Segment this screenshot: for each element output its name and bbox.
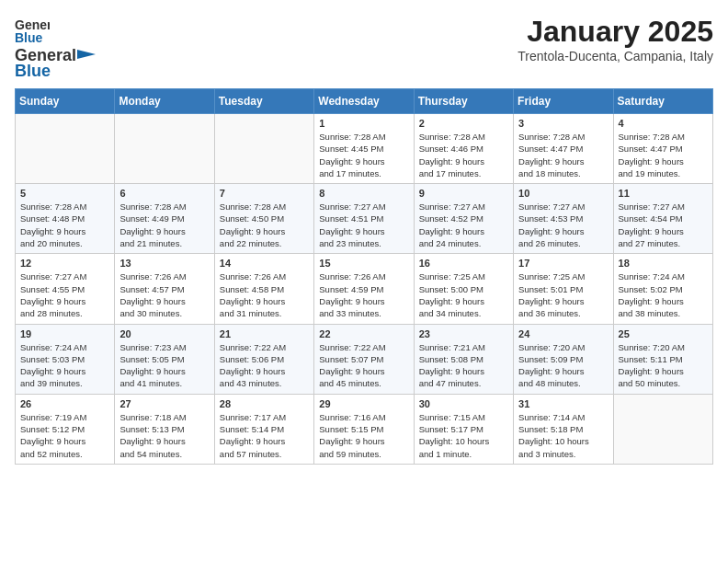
svg-marker-3 — [77, 50, 96, 59]
calendar-cell: 28Sunrise: 7:17 AM Sunset: 5:14 PM Dayli… — [214, 394, 313, 464]
calendar-cell — [613, 394, 712, 464]
day-info: Sunrise: 7:21 AM Sunset: 5:08 PM Dayligh… — [419, 341, 508, 390]
calendar-cell: 20Sunrise: 7:23 AM Sunset: 5:05 PM Dayli… — [115, 324, 214, 394]
day-number: 15 — [319, 258, 408, 269]
weekday-header-monday: Monday — [115, 89, 214, 114]
day-number: 2 — [419, 118, 508, 129]
calendar-cell: 1Sunrise: 7:28 AM Sunset: 4:45 PM Daylig… — [314, 114, 414, 184]
calendar-cell: 26Sunrise: 7:19 AM Sunset: 5:12 PM Dayli… — [16, 394, 115, 464]
day-number: 19 — [20, 328, 109, 339]
day-info: Sunrise: 7:24 AM Sunset: 5:03 PM Dayligh… — [20, 341, 109, 390]
calendar-cell: 31Sunrise: 7:14 AM Sunset: 5:18 PM Dayli… — [514, 394, 613, 464]
day-info: Sunrise: 7:16 AM Sunset: 5:15 PM Dayligh… — [319, 411, 408, 460]
day-number: 8 — [319, 188, 408, 199]
day-info: Sunrise: 7:28 AM Sunset: 4:49 PM Dayligh… — [119, 201, 209, 249]
calendar-cell: 9Sunrise: 7:27 AM Sunset: 4:52 PM Daylig… — [414, 184, 513, 254]
calendar-week-1: 1Sunrise: 7:28 AM Sunset: 4:45 PM Daylig… — [16, 114, 713, 184]
day-number: 28 — [220, 398, 309, 409]
day-number: 13 — [119, 258, 209, 269]
day-info: Sunrise: 7:27 AM Sunset: 4:51 PM Dayligh… — [319, 201, 408, 249]
weekday-header-row: SundayMondayTuesdayWednesdayThursdayFrid… — [16, 89, 713, 114]
day-info: Sunrise: 7:26 AM Sunset: 4:58 PM Dayligh… — [220, 270, 309, 319]
calendar-cell: 16Sunrise: 7:25 AM Sunset: 5:00 PM Dayli… — [414, 254, 513, 324]
weekday-header-sunday: Sunday — [16, 89, 115, 114]
calendar-cell: 21Sunrise: 7:22 AM Sunset: 5:06 PM Dayli… — [214, 324, 313, 394]
calendar-cell: 29Sunrise: 7:16 AM Sunset: 5:15 PM Dayli… — [314, 394, 414, 464]
weekday-header-tuesday: Tuesday — [214, 89, 313, 114]
day-number: 10 — [518, 188, 608, 199]
day-info: Sunrise: 7:24 AM Sunset: 5:02 PM Dayligh… — [619, 270, 708, 319]
weekday-header-saturday: Saturday — [613, 89, 712, 114]
calendar-cell — [115, 114, 214, 184]
calendar-cell: 22Sunrise: 7:22 AM Sunset: 5:07 PM Dayli… — [314, 324, 414, 394]
calendar-cell: 30Sunrise: 7:15 AM Sunset: 5:17 PM Dayli… — [414, 394, 513, 464]
weekday-header-friday: Friday — [514, 89, 613, 114]
day-info: Sunrise: 7:27 AM Sunset: 4:54 PM Dayligh… — [619, 201, 708, 249]
day-number: 3 — [518, 118, 608, 129]
day-number: 26 — [20, 398, 109, 409]
calendar-cell: 6Sunrise: 7:28 AM Sunset: 4:49 PM Daylig… — [115, 184, 214, 254]
calendar-table: SundayMondayTuesdayWednesdayThursdayFrid… — [15, 88, 713, 465]
logo: General Blue General Blue — [15, 15, 97, 81]
calendar-cell: 24Sunrise: 7:20 AM Sunset: 5:09 PM Dayli… — [514, 324, 613, 394]
day-info: Sunrise: 7:22 AM Sunset: 5:06 PM Dayligh… — [220, 341, 309, 390]
day-number: 7 — [220, 188, 309, 199]
day-number: 22 — [319, 328, 408, 339]
location-subtitle: Trentola-Ducenta, Campania, Italy — [518, 49, 713, 63]
day-number: 12 — [20, 258, 109, 269]
day-number: 29 — [319, 398, 408, 409]
weekday-header-thursday: Thursday — [414, 89, 513, 114]
day-info: Sunrise: 7:19 AM Sunset: 5:12 PM Dayligh… — [20, 411, 109, 460]
calendar-cell: 11Sunrise: 7:27 AM Sunset: 4:54 PM Dayli… — [613, 184, 712, 254]
calendar-cell: 4Sunrise: 7:28 AM Sunset: 4:47 PM Daylig… — [613, 114, 712, 184]
day-info: Sunrise: 7:27 AM Sunset: 4:55 PM Dayligh… — [20, 270, 109, 319]
page-header: General Blue General Blue January 2025 T… — [15, 15, 713, 81]
day-number: 23 — [419, 328, 508, 339]
day-info: Sunrise: 7:25 AM Sunset: 5:00 PM Dayligh… — [419, 270, 508, 319]
day-info: Sunrise: 7:26 AM Sunset: 4:59 PM Dayligh… — [319, 270, 408, 319]
day-info: Sunrise: 7:28 AM Sunset: 4:50 PM Dayligh… — [220, 201, 309, 249]
calendar-cell: 23Sunrise: 7:21 AM Sunset: 5:08 PM Dayli… — [414, 324, 513, 394]
day-info: Sunrise: 7:25 AM Sunset: 5:01 PM Dayligh… — [518, 270, 608, 319]
day-info: Sunrise: 7:26 AM Sunset: 4:57 PM Dayligh… — [119, 270, 209, 319]
title-block: January 2025 Trentola-Ducenta, Campania,… — [518, 15, 713, 63]
calendar-cell: 15Sunrise: 7:26 AM Sunset: 4:59 PM Dayli… — [314, 254, 414, 324]
calendar-cell: 7Sunrise: 7:28 AM Sunset: 4:50 PM Daylig… — [214, 184, 313, 254]
calendar-cell: 3Sunrise: 7:28 AM Sunset: 4:47 PM Daylig… — [514, 114, 613, 184]
day-info: Sunrise: 7:20 AM Sunset: 5:09 PM Dayligh… — [518, 341, 608, 390]
calendar-cell: 2Sunrise: 7:28 AM Sunset: 4:46 PM Daylig… — [414, 114, 513, 184]
day-number: 11 — [619, 188, 708, 199]
day-number: 16 — [419, 258, 508, 269]
day-number: 4 — [619, 118, 708, 129]
day-info: Sunrise: 7:22 AM Sunset: 5:07 PM Dayligh… — [319, 341, 408, 390]
calendar-cell: 5Sunrise: 7:28 AM Sunset: 4:48 PM Daylig… — [16, 184, 115, 254]
day-number: 24 — [518, 328, 608, 339]
calendar-cell — [16, 114, 115, 184]
day-info: Sunrise: 7:17 AM Sunset: 5:14 PM Dayligh… — [220, 411, 309, 460]
day-info: Sunrise: 7:20 AM Sunset: 5:11 PM Dayligh… — [619, 341, 708, 390]
calendar-cell: 17Sunrise: 7:25 AM Sunset: 5:01 PM Dayli… — [514, 254, 613, 324]
day-number: 5 — [20, 188, 109, 199]
day-number: 20 — [119, 328, 209, 339]
day-info: Sunrise: 7:28 AM Sunset: 4:47 PM Dayligh… — [619, 131, 708, 179]
calendar-week-3: 12Sunrise: 7:27 AM Sunset: 4:55 PM Dayli… — [16, 254, 713, 324]
day-number: 6 — [119, 188, 209, 199]
calendar-cell: 19Sunrise: 7:24 AM Sunset: 5:03 PM Dayli… — [16, 324, 115, 394]
day-number: 17 — [518, 258, 608, 269]
svg-text:Blue: Blue — [15, 30, 43, 44]
day-info: Sunrise: 7:28 AM Sunset: 4:46 PM Dayligh… — [419, 131, 508, 179]
day-info: Sunrise: 7:27 AM Sunset: 4:53 PM Dayligh… — [518, 201, 608, 249]
day-number: 14 — [220, 258, 309, 269]
day-info: Sunrise: 7:28 AM Sunset: 4:48 PM Dayligh… — [20, 201, 109, 249]
day-number: 18 — [619, 258, 708, 269]
day-info: Sunrise: 7:27 AM Sunset: 4:52 PM Dayligh… — [419, 201, 508, 249]
calendar-cell: 18Sunrise: 7:24 AM Sunset: 5:02 PM Dayli… — [613, 254, 712, 324]
calendar-cell: 25Sunrise: 7:20 AM Sunset: 5:11 PM Dayli… — [613, 324, 712, 394]
calendar-week-2: 5Sunrise: 7:28 AM Sunset: 4:48 PM Daylig… — [16, 184, 713, 254]
weekday-header-wednesday: Wednesday — [314, 89, 414, 114]
day-info: Sunrise: 7:28 AM Sunset: 4:47 PM Dayligh… — [518, 131, 608, 179]
calendar-week-4: 19Sunrise: 7:24 AM Sunset: 5:03 PM Dayli… — [16, 324, 713, 394]
day-info: Sunrise: 7:28 AM Sunset: 4:45 PM Dayligh… — [319, 131, 408, 179]
day-info: Sunrise: 7:14 AM Sunset: 5:18 PM Dayligh… — [518, 411, 608, 460]
calendar-cell: 12Sunrise: 7:27 AM Sunset: 4:55 PM Dayli… — [16, 254, 115, 324]
